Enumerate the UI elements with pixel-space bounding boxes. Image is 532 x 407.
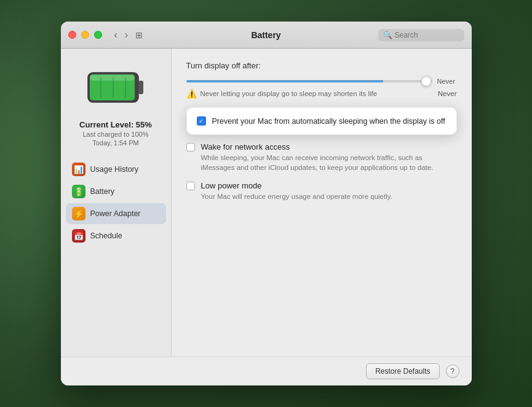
prevent-sleep-checkbox[interactable]: ✓ xyxy=(197,116,206,126)
search-box[interactable]: 🔍 xyxy=(378,29,464,41)
prevent-sleep-label: Prevent your Mac from automatically slee… xyxy=(212,117,445,126)
nav-arrows: ‹ › xyxy=(112,29,131,41)
prevent-sleep-popup: ✓ Prevent your Mac from automatically sl… xyxy=(186,107,457,135)
sidebar-item-battery-label: Battery xyxy=(90,187,115,196)
search-input[interactable] xyxy=(395,31,459,39)
sidebar-item-usage-history[interactable]: 📊 Usage History xyxy=(66,159,166,180)
battery-graphic xyxy=(85,63,146,113)
battery-icon-container xyxy=(85,63,146,113)
svg-rect-4 xyxy=(100,77,101,98)
help-button[interactable]: ? xyxy=(446,365,459,378)
main-panel: Turn display off after: Never ⚠️ Never l… xyxy=(172,49,472,357)
svg-rect-6 xyxy=(125,77,126,98)
content-area: Current Level: 55% Last charged to 100% … xyxy=(61,49,472,357)
battery-time-text: Today, 1:54 PM xyxy=(79,139,152,147)
grid-button[interactable]: ⊞ xyxy=(133,29,145,41)
battery-charged-text: Last charged to 100% xyxy=(79,131,152,138)
search-icon: 🔍 xyxy=(383,31,392,39)
titlebar: ‹ › ⊞ Battery 🔍 xyxy=(61,22,472,49)
warning-icon: ⚠️ xyxy=(186,89,197,99)
sidebar-item-power-adapter[interactable]: ⚡ Power Adapter xyxy=(66,203,166,224)
battery-nav-icon: 🔋 xyxy=(72,185,85,198)
sidebar-item-usage-history-label: Usage History xyxy=(90,165,139,174)
low-power-desc: Your Mac will reduce energy usage and op… xyxy=(201,191,392,201)
sidebar-nav: 📊 Usage History 🔋 Battery ⚡ Power Adapte… xyxy=(61,159,171,248)
footer: Restore Defaults ? xyxy=(61,357,472,385)
svg-rect-5 xyxy=(113,77,114,98)
warning-text: Never letting your display go to sleep m… xyxy=(200,90,378,97)
low-power-option: Low power mode Your Mac will reduce ener… xyxy=(186,181,457,201)
power-adapter-icon: ⚡ xyxy=(72,207,85,220)
low-power-checkbox[interactable] xyxy=(186,182,195,190)
checkmark-icon: ✓ xyxy=(199,118,204,124)
window-title: Battery xyxy=(251,30,280,40)
svg-rect-1 xyxy=(138,81,143,94)
display-off-title: Turn display off after: xyxy=(186,61,457,70)
never-value-label: Never xyxy=(438,90,457,97)
sidebar-item-schedule[interactable]: 📅 Schedule xyxy=(66,225,166,246)
display-warning-row: ⚠️ Never letting your display go to slee… xyxy=(186,89,457,99)
low-power-content: Low power mode Your Mac will reduce ener… xyxy=(201,181,392,201)
svg-rect-3 xyxy=(90,75,135,81)
minimize-button[interactable] xyxy=(81,31,89,39)
close-button[interactable] xyxy=(68,31,76,39)
sidebar-item-battery[interactable]: 🔋 Battery xyxy=(66,181,166,202)
sidebar-item-power-adapter-label: Power Adapter xyxy=(90,209,141,218)
wake-network-desc: While sleeping, your Mac can receive inc… xyxy=(201,153,457,172)
wake-network-option: Wake for network access While sleeping, … xyxy=(186,142,457,172)
low-power-label: Low power mode xyxy=(201,181,392,190)
display-sleep-slider-row: Never xyxy=(186,78,457,85)
wake-network-content: Wake for network access While sleeping, … xyxy=(201,142,457,172)
wake-network-label: Wake for network access xyxy=(201,142,457,151)
schedule-icon: 📅 xyxy=(72,229,85,243)
battery-level-text: Current Level: 55% xyxy=(79,120,152,129)
restore-defaults-button[interactable]: Restore Defaults xyxy=(366,363,439,379)
sidebar-item-schedule-label: Schedule xyxy=(90,232,122,240)
back-button[interactable]: ‹ xyxy=(112,29,120,41)
display-sleep-slider[interactable] xyxy=(186,80,432,83)
slider-thumb[interactable] xyxy=(421,76,431,86)
slider-never-label: Never xyxy=(437,78,457,85)
traffic-lights xyxy=(68,31,102,39)
forward-button[interactable]: › xyxy=(122,29,130,41)
usage-history-icon: 📊 xyxy=(72,163,85,176)
wake-network-checkbox[interactable] xyxy=(186,143,195,151)
battery-info: Current Level: 55% Last charged to 100% … xyxy=(74,120,157,147)
maximize-button[interactable] xyxy=(94,31,102,39)
preferences-window: ‹ › ⊞ Battery 🔍 xyxy=(61,22,472,385)
sidebar: Current Level: 55% Last charged to 100% … xyxy=(61,49,172,357)
